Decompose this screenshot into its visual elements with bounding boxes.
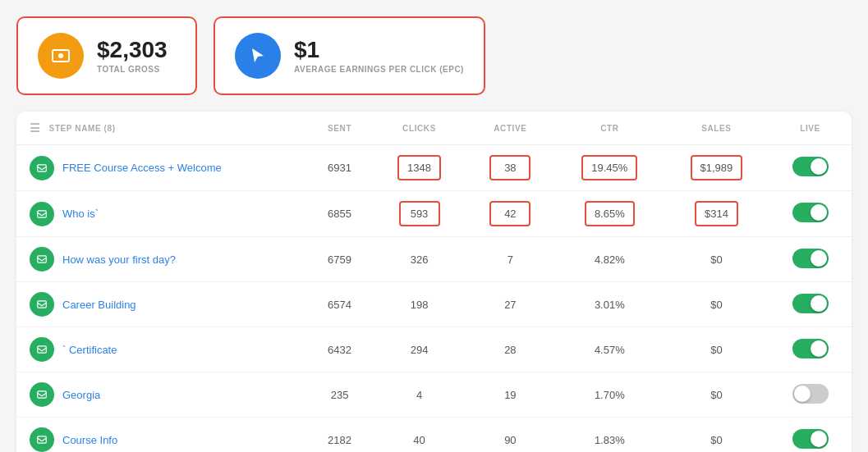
live-cell[interactable]	[769, 191, 852, 237]
step-icon	[30, 337, 54, 362]
step-name-cell: FREE Course Access + Welcome	[16, 145, 306, 191]
sales-value: $314	[695, 201, 738, 226]
step-icon	[30, 427, 54, 452]
sales-cell: $0	[664, 282, 769, 327]
ctr-value: 19.45%	[581, 155, 637, 180]
table-row: FREE Course Access + Welcome 69311348381…	[16, 145, 852, 191]
step-name-cell: Georgia	[16, 372, 306, 418]
clicks-cell: 593	[373, 191, 466, 237]
clicks-cell: 40	[373, 418, 466, 453]
step-icon	[30, 382, 54, 407]
step-icon	[30, 247, 54, 272]
steps-table: ☰ STEP NAME (8) SENT CLICKS ACTIVE CTR S…	[16, 112, 852, 452]
sent-cell: 6432	[306, 327, 373, 372]
step-name-cell: Career Building	[16, 282, 306, 327]
epc-card: $1 AVERAGE EARNINGS PER CLICK (EPC)	[214, 16, 485, 95]
cursor-icon	[235, 33, 281, 79]
ctr-value: 8.65%	[585, 201, 635, 226]
live-cell[interactable]	[769, 418, 852, 453]
sent-cell: 6931	[306, 145, 373, 191]
top-cards-section: $2,303 TOTAL GROSS $1 AVERAGE EARNINGS P…	[16, 16, 852, 95]
clicks-cell: 1348	[373, 145, 466, 191]
step-name-cell: ` Certificate	[16, 327, 306, 372]
step-icon	[30, 202, 54, 226]
total-gross-card: $2,303 TOTAL GROSS	[16, 16, 197, 95]
table-row: Career Building 6574198273.01%$0	[16, 282, 852, 327]
step-name-link[interactable]: FREE Course Access + Welcome	[62, 162, 222, 174]
step-name-cell: Course Info	[16, 418, 306, 453]
active-cell: 7	[466, 237, 555, 282]
ctr-cell: 1.70%	[555, 372, 664, 418]
ctr-cell: 8.65%	[555, 191, 664, 237]
step-name-link[interactable]: Career Building	[62, 299, 136, 311]
live-toggle[interactable]	[792, 384, 829, 404]
ctr-cell: 19.45%	[555, 145, 664, 191]
total-gross-amount: $2,303	[97, 38, 168, 63]
clicks-value: 1348	[397, 155, 441, 180]
step-icon	[30, 156, 54, 180]
active-cell: 42	[466, 191, 555, 237]
live-toggle[interactable]	[792, 429, 829, 449]
step-name-link[interactable]: Course Info	[62, 434, 117, 446]
dollar-icon	[38, 33, 84, 79]
sales-value: $1,989	[691, 155, 743, 180]
active-cell: 28	[466, 327, 555, 372]
live-toggle[interactable]	[792, 249, 829, 268]
sent-cell: 235	[306, 372, 373, 418]
col-active: ACTIVE	[466, 112, 555, 145]
step-name-link[interactable]: ` Certificate	[62, 344, 117, 356]
step-name-link[interactable]: Who is`	[62, 208, 99, 220]
live-cell[interactable]	[769, 145, 852, 191]
active-cell: 90	[466, 418, 555, 453]
ctr-cell: 3.01%	[555, 282, 664, 327]
clicks-value: 593	[399, 201, 440, 226]
clicks-cell: 198	[373, 282, 466, 327]
live-toggle[interactable]	[792, 294, 829, 313]
live-cell[interactable]	[769, 237, 852, 282]
col-live: LIVE	[769, 112, 852, 145]
table-row: Who is` 6855593428.65%$314	[16, 191, 852, 237]
epc-text: $1 AVERAGE EARNINGS PER CLICK (EPC)	[294, 38, 464, 74]
ctr-cell: 4.57%	[555, 327, 664, 372]
steps-table-container: ☰ STEP NAME (8) SENT CLICKS ACTIVE CTR S…	[16, 112, 852, 452]
step-name-cell: How was your first day?	[16, 237, 306, 282]
epc-label: AVERAGE EARNINGS PER CLICK (EPC)	[294, 65, 464, 74]
live-toggle[interactable]	[792, 157, 829, 176]
step-icon	[30, 292, 54, 317]
ctr-cell: 1.83%	[555, 418, 664, 453]
clicks-cell: 294	[373, 327, 466, 372]
sent-cell: 6574	[306, 282, 373, 327]
active-cell: 27	[466, 282, 555, 327]
sales-cell: $314	[664, 191, 769, 237]
table-row: How was your first day? 675932674.82%$0	[16, 237, 852, 282]
active-cell: 19	[466, 372, 555, 418]
sales-cell: $1,989	[664, 145, 769, 191]
step-name-link[interactable]: Georgia	[62, 389, 100, 401]
col-step-name: ☰ STEP NAME (8)	[16, 112, 306, 144]
live-cell[interactable]	[769, 282, 852, 327]
col-clicks: CLICKS	[373, 112, 466, 145]
total-gross-text: $2,303 TOTAL GROSS	[97, 38, 168, 74]
active-value: 38	[489, 155, 530, 180]
menu-icon: ☰	[30, 121, 41, 135]
live-toggle[interactable]	[792, 203, 829, 222]
live-cell[interactable]	[769, 327, 852, 372]
clicks-cell: 4	[373, 372, 466, 418]
col-ctr: CTR	[555, 112, 664, 145]
sales-cell: $0	[664, 418, 769, 453]
live-cell[interactable]	[769, 372, 852, 418]
active-value: 42	[489, 201, 530, 226]
table-row: Georgia 2354191.70%$0	[16, 372, 852, 418]
step-name-cell: Who is`	[16, 191, 306, 237]
sent-cell: 6855	[306, 191, 373, 237]
total-gross-label: TOTAL GROSS	[97, 65, 168, 74]
live-toggle[interactable]	[792, 339, 829, 358]
table-header-row: ☰ STEP NAME (8) SENT CLICKS ACTIVE CTR S…	[16, 112, 852, 145]
sales-cell: $0	[664, 327, 769, 372]
sent-cell: 6759	[306, 237, 373, 282]
step-name-link[interactable]: How was your first day?	[62, 253, 176, 266]
svg-point-1	[58, 53, 63, 58]
clicks-cell: 326	[373, 237, 466, 282]
sent-cell: 2182	[306, 418, 373, 453]
ctr-cell: 4.82%	[555, 237, 664, 282]
